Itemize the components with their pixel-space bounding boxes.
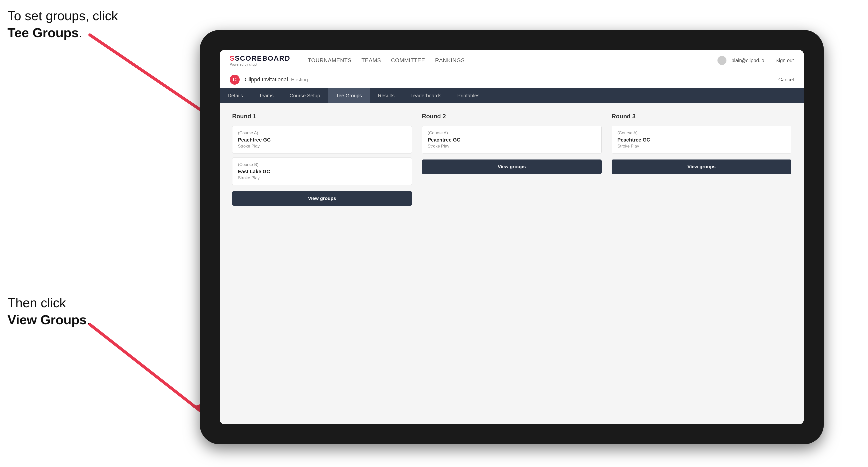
tab-results[interactable]: Results bbox=[370, 88, 403, 103]
tablet-screen: SSCOREBOARD Powered by clippt TOURNAMENT… bbox=[220, 50, 804, 424]
nav-right: blair@clippd.io | Sign out bbox=[717, 56, 794, 65]
round-2-course-a-card: (Course A) Peachtree GC Stroke Play bbox=[422, 126, 601, 154]
sub-nav: Details Teams Course Setup Tee Groups Re… bbox=[220, 88, 804, 103]
instruction-bottom: Then click View Groups. bbox=[7, 294, 90, 328]
logo-sub: Powered by clippt bbox=[230, 62, 290, 66]
round-3-title: Round 3 bbox=[612, 113, 792, 120]
rounds-grid: Round 1 (Course A) Peachtree GC Stroke P… bbox=[232, 113, 792, 206]
svg-line-2 bbox=[90, 324, 205, 414]
round-1-course-a-card: (Course A) Peachtree GC Stroke Play bbox=[232, 126, 412, 154]
round-3-course-a-name: Peachtree GC bbox=[617, 137, 786, 143]
instruction-bottom-line1: Then click bbox=[7, 295, 66, 310]
round-1-view-groups-button[interactable]: View groups bbox=[232, 191, 412, 206]
tab-leaderboards[interactable]: Leaderboards bbox=[402, 88, 449, 103]
round-1-course-a-label: (Course A) bbox=[238, 130, 406, 135]
top-nav: SSCOREBOARD Powered by clippt TOURNAMENT… bbox=[220, 50, 804, 71]
round-2-course-a-label: (Course A) bbox=[428, 130, 596, 135]
nav-link-committee[interactable]: COMMITTEE bbox=[391, 57, 425, 64]
round-1-title: Round 1 bbox=[232, 113, 412, 120]
main-content: Round 1 (Course A) Peachtree GC Stroke P… bbox=[220, 103, 804, 424]
user-email: blair@clippd.io bbox=[732, 58, 764, 63]
tab-tee-groups[interactable]: Tee Groups bbox=[328, 88, 370, 103]
user-avatar bbox=[717, 56, 726, 65]
instruction-top-line1: To set groups, click bbox=[7, 8, 118, 23]
nav-link-rankings[interactable]: RANKINGS bbox=[435, 57, 465, 64]
round-2-column: Round 2 (Course A) Peachtree GC Stroke P… bbox=[422, 113, 601, 206]
round-1-column: Round 1 (Course A) Peachtree GC Stroke P… bbox=[232, 113, 412, 206]
tournament-status: Hosting bbox=[291, 77, 308, 83]
tab-details[interactable]: Details bbox=[220, 88, 251, 103]
round-2-course-a-name: Peachtree GC bbox=[428, 137, 596, 143]
logo-c: S bbox=[230, 54, 235, 62]
tournament-logo: C bbox=[230, 74, 240, 85]
tablet-device: SSCOREBOARD Powered by clippt TOURNAMENT… bbox=[200, 30, 824, 444]
sign-out-link[interactable]: Sign out bbox=[776, 58, 794, 63]
round-1-course-b-name: East Lake GC bbox=[238, 169, 406, 175]
nav-link-tournaments[interactable]: TOURNAMENTS bbox=[308, 57, 351, 64]
logo-area: SSCOREBOARD Powered by clippt bbox=[230, 54, 290, 66]
tab-teams[interactable]: Teams bbox=[251, 88, 282, 103]
tournament-bar: C Clippd Invitational Hosting Cancel bbox=[220, 71, 804, 88]
round-3-view-groups-button[interactable]: View groups bbox=[612, 159, 792, 174]
round-3-course-a-card: (Course A) Peachtree GC Stroke Play bbox=[612, 126, 792, 154]
nav-link-teams[interactable]: TEAMS bbox=[362, 57, 381, 64]
nav-links: TOURNAMENTS TEAMS COMMITTEE RANKINGS bbox=[308, 57, 705, 64]
round-2-course-a-format: Stroke Play bbox=[428, 144, 596, 149]
instruction-bottom-period: . bbox=[87, 312, 90, 327]
instruction-top-period: . bbox=[79, 26, 82, 40]
round-3-column: Round 3 (Course A) Peachtree GC Stroke P… bbox=[612, 113, 792, 206]
tournament-name: Clippd Invitational bbox=[245, 76, 288, 83]
round-2-view-groups-button[interactable]: View groups bbox=[422, 159, 601, 174]
round-3-course-a-format: Stroke Play bbox=[617, 144, 786, 149]
cancel-button[interactable]: Cancel bbox=[778, 77, 794, 83]
instruction-top-line2: Tee Groups bbox=[7, 26, 79, 40]
round-1-course-b-card: (Course B) East Lake GC Stroke Play bbox=[232, 157, 412, 185]
round-3-course-a-label: (Course A) bbox=[617, 130, 786, 135]
round-1-course-b-format: Stroke Play bbox=[238, 176, 406, 181]
round-1-course-b-label: (Course B) bbox=[238, 162, 406, 167]
instruction-bottom-line2: View Groups bbox=[7, 312, 87, 327]
round-1-course-a-name: Peachtree GC bbox=[238, 137, 406, 143]
tab-printables[interactable]: Printables bbox=[450, 88, 488, 103]
round-1-course-a-format: Stroke Play bbox=[238, 144, 406, 149]
logo-text: SSCOREBOARD bbox=[230, 54, 290, 62]
instruction-top: To set groups, click Tee Groups. bbox=[7, 7, 118, 41]
tab-course-setup[interactable]: Course Setup bbox=[282, 88, 328, 103]
round-2-title: Round 2 bbox=[422, 113, 601, 120]
